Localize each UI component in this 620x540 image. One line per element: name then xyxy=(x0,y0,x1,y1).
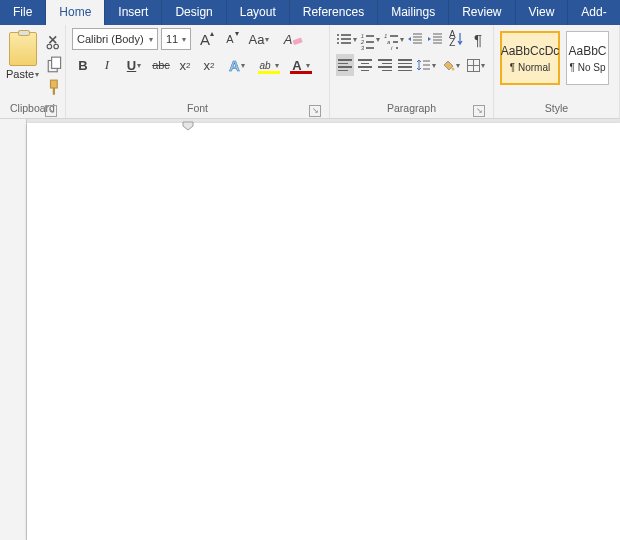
grow-font-button[interactable]: A▴ xyxy=(194,28,216,50)
svg-point-7 xyxy=(452,68,455,71)
font-size-value: 11 xyxy=(166,33,178,45)
eraser-icon xyxy=(292,34,304,46)
tab-view[interactable]: View xyxy=(516,0,569,25)
font-size-combo[interactable]: 11▾ xyxy=(161,28,191,50)
group-label-styles: Style xyxy=(500,102,613,118)
copy-icon xyxy=(46,56,64,74)
shading-button[interactable]: ▾ xyxy=(439,54,462,76)
svg-point-1 xyxy=(54,44,59,49)
highlight-button[interactable]: ab ▾ xyxy=(254,54,284,76)
group-clipboard: Paste▾ Clipboard ↘ xyxy=(0,25,66,118)
tab-layout[interactable]: Layout xyxy=(227,0,290,25)
multilevel-icon: 1ai xyxy=(383,31,399,47)
tab-review[interactable]: Review xyxy=(449,0,515,25)
clipboard-icon xyxy=(9,32,37,66)
clear-formatting-button[interactable]: A xyxy=(277,28,299,50)
borders-icon xyxy=(467,59,480,72)
style-no-spacing[interactable]: AaBbC ¶ No Sp xyxy=(566,31,609,85)
align-right-button[interactable] xyxy=(376,54,394,76)
paint-bucket-icon xyxy=(441,58,455,72)
decrease-indent-button[interactable] xyxy=(406,28,424,50)
group-label-paragraph: Paragraph ↘ xyxy=(336,102,487,118)
font-name-value: Calibri (Body) xyxy=(77,33,144,45)
strikethrough-button[interactable]: abc xyxy=(150,54,172,76)
align-center-icon xyxy=(358,59,372,71)
superscript-button[interactable]: x2 xyxy=(198,54,220,76)
justify-button[interactable] xyxy=(396,54,414,76)
outdent-icon xyxy=(407,32,423,46)
align-right-icon xyxy=(378,59,392,71)
paste-button[interactable]: Paste▾ xyxy=(6,68,39,80)
italic-button[interactable]: I xyxy=(96,54,118,76)
tab-references[interactable]: References xyxy=(290,0,378,25)
bold-button[interactable]: B xyxy=(72,54,94,76)
increase-indent-button[interactable] xyxy=(426,28,444,50)
change-case-button[interactable]: Aa▾ xyxy=(244,28,274,50)
font-name-combo[interactable]: Calibri (Body)▾ xyxy=(72,28,158,50)
ribbon-tab-bar: File Home Insert Design Layout Reference… xyxy=(0,0,620,25)
vertical-ruler[interactable] xyxy=(0,119,27,540)
numbering-icon: 123 xyxy=(359,31,375,47)
clipboard-dialog-launcher[interactable]: ↘ xyxy=(45,105,57,117)
numbering-button[interactable]: 123▾ xyxy=(359,28,380,50)
line-spacing-button[interactable]: ▾ xyxy=(416,54,437,76)
indent-marker-icon[interactable] xyxy=(182,121,194,131)
subscript-button[interactable]: x2 xyxy=(174,54,196,76)
cut-button[interactable] xyxy=(44,32,66,52)
tab-insert[interactable]: Insert xyxy=(105,0,162,25)
svg-point-0 xyxy=(47,44,52,49)
indent-icon xyxy=(427,32,443,46)
pilcrow-icon: ¶ xyxy=(474,31,482,48)
show-marks-button[interactable]: ¶ xyxy=(469,28,487,50)
tab-file[interactable]: File xyxy=(0,0,46,25)
paste-label: Paste xyxy=(6,68,34,80)
copy-button[interactable] xyxy=(44,55,66,75)
document-area xyxy=(0,119,620,540)
align-left-icon xyxy=(338,59,352,71)
group-styles: AaBbCcDc ¶ Normal AaBbC ¶ No Sp Style xyxy=(494,25,620,118)
paragraph-dialog-launcher[interactable]: ↘ xyxy=(473,105,485,117)
font-color-button[interactable]: A ▾ xyxy=(286,54,316,76)
bullets-icon xyxy=(336,31,352,47)
sort-arrow-icon xyxy=(457,32,464,46)
group-label-font: Font ↘ xyxy=(72,102,323,118)
line-spacing-icon xyxy=(417,58,431,72)
shrink-font-button[interactable]: A▾ xyxy=(219,28,241,50)
tab-mailings[interactable]: Mailings xyxy=(378,0,449,25)
scissors-icon xyxy=(46,33,64,51)
multilevel-list-button[interactable]: 1ai▾ xyxy=(383,28,404,50)
style-normal[interactable]: AaBbCcDc ¶ Normal xyxy=(500,31,560,85)
svg-rect-6 xyxy=(292,37,302,45)
underline-button[interactable]: U▾ xyxy=(120,54,148,76)
tab-design[interactable]: Design xyxy=(162,0,226,25)
svg-rect-4 xyxy=(51,80,58,88)
svg-rect-3 xyxy=(52,57,61,68)
document-page[interactable] xyxy=(27,123,620,540)
group-label-clipboard: Clipboard ↘ xyxy=(6,102,59,118)
svg-rect-5 xyxy=(53,88,55,95)
tab-addins[interactable]: Add-in xyxy=(568,0,620,25)
paintbrush-icon xyxy=(46,79,64,97)
ribbon: Paste▾ Clipboard ↘ xyxy=(0,25,620,119)
font-dialog-launcher[interactable]: ↘ xyxy=(309,105,321,117)
align-left-button[interactable] xyxy=(336,54,354,76)
sort-button[interactable]: AZ xyxy=(446,28,467,50)
bullets-button[interactable]: ▾ xyxy=(336,28,357,50)
justify-icon xyxy=(398,59,412,71)
group-paragraph: ▾ 123▾ 1ai▾ AZ ¶ xyxy=(330,25,494,118)
borders-button[interactable]: ▾ xyxy=(464,54,487,76)
group-font: Calibri (Body)▾ 11▾ A▴ A▾ Aa▾ A B I U▾ a… xyxy=(66,25,330,118)
align-center-button[interactable] xyxy=(356,54,374,76)
tab-home[interactable]: Home xyxy=(46,0,105,25)
text-effects-button[interactable]: A▾ xyxy=(222,54,252,76)
format-painter-button[interactable] xyxy=(44,78,66,98)
